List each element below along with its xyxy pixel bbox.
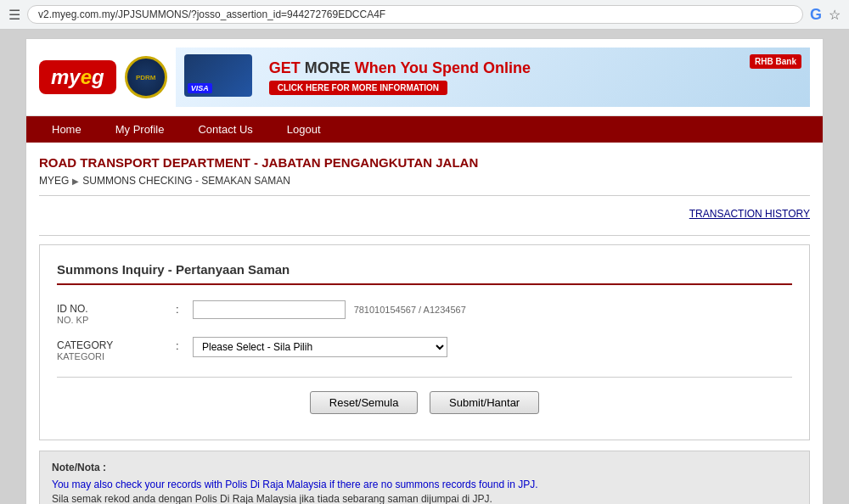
bookmark-icon[interactable]: ☆ <box>829 7 841 23</box>
banner-ad-btn[interactable]: CLICK HERE FOR MORE INFORMATION <box>269 81 447 95</box>
note-line-2: Sila semak rekod anda dengan Polis Di Ra… <box>52 493 797 504</box>
banner-ad-title: GET MORE When You Spend Online <box>269 59 797 77</box>
divider-top <box>39 195 810 196</box>
banner-ad-card: VISA <box>184 54 252 97</box>
banner: myeg PDRM VISA RHB Bank GET MORE When Yo… <box>26 39 823 116</box>
navbar: Home My Profile Contact Us Logout <box>26 116 823 143</box>
myeg-logo: myeg <box>39 60 116 94</box>
banner-ad[interactable]: VISA RHB Bank GET MORE When You Spend On… <box>176 48 810 107</box>
id-label: ID NO. NO. KP <box>57 300 176 325</box>
form-box: Summons Inquiry - Pertanyaan Saman ID NO… <box>39 244 810 440</box>
google-icon[interactable]: G <box>810 6 822 24</box>
nav-home[interactable]: Home <box>35 116 98 143</box>
page-title: ROAD TRANSPORT DEPARTMENT - JABATAN PENG… <box>39 155 810 170</box>
form-title: Summons Inquiry - Pertanyaan Saman <box>57 262 792 285</box>
content: ROAD TRANSPORT DEPARTMENT - JABATAN PENG… <box>26 143 823 504</box>
id-colon: : <box>176 300 193 316</box>
divider-mid <box>39 235 810 236</box>
address-bar[interactable]: v2.myeg.com.my/JPJSUMMONS/?josso_asserti… <box>27 5 803 24</box>
rhb-logo: RHB Bank <box>750 54 801 69</box>
page-wrapper: myeg PDRM VISA RHB Bank GET MORE When Yo… <box>25 38 824 504</box>
buttons-row: Reset/Semula Submit/Hantar <box>57 377 792 414</box>
breadcrumb: MYEG ▶ SUMMONS CHECKING - SEMAKAN SAMAN <box>39 175 810 187</box>
breadcrumb-arrow: ▶ <box>72 176 79 186</box>
police-logo: PDRM <box>125 56 167 98</box>
breadcrumb-root[interactable]: MYEG <box>39 175 69 187</box>
submit-button[interactable]: Submit/Hantar <box>430 391 539 414</box>
nav-my-profile[interactable]: My Profile <box>98 116 182 143</box>
category-label: CATEGORY KATEGORI <box>57 337 176 361</box>
nav-logout[interactable]: Logout <box>270 116 338 143</box>
note-box: Note/Nota : You may also check your reco… <box>39 451 810 504</box>
banner-ad-text: GET MORE When You Spend Online CLICK HER… <box>269 59 797 95</box>
breadcrumb-current: SUMMONS CHECKING - SEMAKAN SAMAN <box>82 175 290 187</box>
visa-text: VISA <box>188 83 212 93</box>
transaction-row: TRANSACTION HISTORY <box>39 203 810 228</box>
category-colon: : <box>176 337 193 352</box>
id-hint: 781010154567 / A1234567 <box>354 305 466 315</box>
id-field: 781010154567 / A1234567 <box>193 300 792 319</box>
browser-menu-icon[interactable]: ☰ <box>8 7 20 23</box>
id-field-row: ID NO. NO. KP : 781010154567 / A1234567 <box>57 300 792 325</box>
nav-contact-us[interactable]: Contact Us <box>181 116 269 143</box>
id-input[interactable] <box>193 300 346 319</box>
category-select[interactable]: Please Select - Sila PilihMyKad / ICPass… <box>193 337 447 357</box>
transaction-history-link[interactable]: TRANSACTION HISTORY <box>689 208 810 220</box>
reset-button[interactable]: Reset/Semula <box>310 391 419 414</box>
browser-icons: G ☆ <box>810 6 841 24</box>
note-title: Note/Nota : <box>52 462 797 473</box>
category-field: Please Select - Sila PilihMyKad / ICPass… <box>193 337 792 357</box>
note-line-1: You may also check your records with Pol… <box>52 479 797 490</box>
browser-chrome: ☰ v2.myeg.com.my/JPJSUMMONS/?josso_asser… <box>0 0 849 30</box>
category-field-row: CATEGORY KATEGORI : Please Select - Sila… <box>57 337 792 361</box>
